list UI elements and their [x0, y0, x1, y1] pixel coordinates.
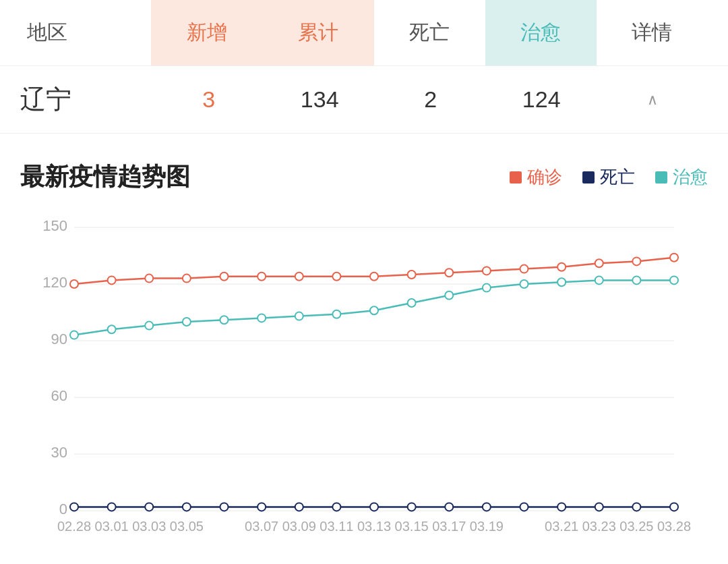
svg-point-63 — [145, 503, 153, 511]
svg-point-57 — [557, 263, 566, 271]
svg-text:03.11: 03.11 — [320, 519, 353, 534]
svg-point-77 — [670, 503, 678, 511]
svg-text:30: 30 — [51, 444, 67, 461]
col-xiangqing: 详情 — [597, 0, 708, 65]
chart-area: 030609012015002.2803.0103.0303.0503.0703… — [20, 214, 708, 551]
svg-text:03.01: 03.01 — [95, 519, 129, 534]
col-xinzeng: 新增 — [151, 0, 262, 65]
svg-text:0: 0 — [59, 501, 67, 517]
svg-point-49 — [257, 273, 266, 281]
xinzeng-value: 3 — [153, 86, 264, 113]
svg-text:120: 120 — [42, 274, 67, 291]
svg-text:03.05: 03.05 — [170, 519, 204, 534]
svg-point-61 — [70, 503, 78, 511]
svg-point-39 — [520, 280, 528, 288]
table-header: 地区 新增 累计 死亡 治愈 详情 — [0, 0, 728, 66]
chart-header: 最新疫情趋势图 确诊 死亡 治愈 — [20, 161, 708, 194]
svg-point-56 — [520, 265, 528, 273]
svg-text:60: 60 — [51, 387, 67, 404]
svg-point-69 — [370, 503, 378, 511]
svg-point-36 — [408, 299, 416, 307]
svg-point-59 — [632, 257, 640, 265]
col-leiji: 累计 — [262, 0, 373, 65]
svg-text:03.23: 03.23 — [582, 519, 616, 534]
liaoning-row[interactable]: 辽宁 3 134 2 124 ∧ — [0, 66, 728, 134]
svg-point-53 — [408, 271, 416, 279]
death-label: 死亡 — [600, 165, 635, 189]
zhiyu-value: 124 — [486, 86, 597, 113]
svg-point-72 — [483, 503, 491, 511]
svg-text:03.07: 03.07 — [245, 519, 278, 534]
svg-point-73 — [520, 503, 528, 511]
cured-dot — [655, 171, 667, 184]
svg-point-38 — [483, 284, 491, 292]
svg-point-43 — [670, 276, 678, 284]
confirmed-dot — [510, 171, 522, 184]
svg-point-52 — [370, 273, 378, 281]
svg-point-42 — [632, 276, 640, 284]
legend-cured: 治愈 — [655, 165, 708, 189]
svg-point-40 — [557, 278, 566, 286]
svg-point-60 — [670, 254, 678, 262]
svg-point-68 — [332, 503, 340, 511]
svg-point-55 — [483, 266, 491, 275]
svg-point-32 — [257, 314, 266, 322]
svg-point-35 — [370, 306, 378, 314]
svg-text:90: 90 — [51, 331, 67, 347]
svg-point-41 — [595, 276, 603, 284]
svg-point-71 — [445, 503, 453, 511]
svg-point-75 — [595, 503, 603, 511]
chart-title: 最新疫情趋势图 — [20, 161, 510, 194]
svg-point-28 — [108, 325, 116, 333]
region-name: 辽宁 — [20, 82, 153, 117]
svg-point-50 — [295, 273, 303, 281]
svg-point-62 — [108, 503, 116, 511]
svg-point-31 — [220, 316, 229, 324]
svg-point-67 — [295, 503, 303, 511]
svg-text:03.09: 03.09 — [282, 519, 316, 534]
svg-point-70 — [408, 503, 416, 511]
expand-icon[interactable]: ∧ — [597, 91, 708, 109]
svg-text:03.19: 03.19 — [470, 519, 504, 534]
chart-section: 最新疫情趋势图 确诊 死亡 治愈 030609012015002.2803.01… — [0, 134, 728, 564]
confirmed-label: 确诊 — [527, 165, 562, 189]
svg-text:03.03: 03.03 — [132, 519, 166, 534]
siwang-value: 2 — [375, 86, 486, 113]
svg-point-66 — [257, 503, 266, 511]
svg-point-44 — [70, 280, 78, 288]
svg-point-64 — [183, 503, 191, 511]
svg-point-65 — [220, 503, 229, 511]
svg-text:02.28: 02.28 — [57, 519, 91, 534]
cured-label: 治愈 — [673, 165, 708, 189]
svg-text:03.17: 03.17 — [432, 519, 466, 534]
legend-death: 死亡 — [582, 165, 635, 189]
chart-svg: 030609012015002.2803.0103.0303.0503.0703… — [20, 214, 708, 551]
svg-point-58 — [595, 259, 603, 267]
svg-point-30 — [183, 318, 191, 326]
svg-point-37 — [445, 291, 453, 300]
svg-point-33 — [295, 312, 303, 320]
svg-point-47 — [183, 275, 191, 283]
svg-text:150: 150 — [42, 217, 67, 234]
death-dot — [582, 171, 595, 184]
svg-point-76 — [632, 503, 640, 511]
svg-text:03.25: 03.25 — [619, 519, 653, 534]
svg-text:03.28: 03.28 — [657, 519, 691, 534]
svg-point-51 — [332, 273, 340, 281]
chart-legend: 确诊 死亡 治愈 — [510, 165, 708, 189]
leiji-value: 134 — [264, 86, 375, 113]
svg-point-34 — [332, 310, 340, 318]
svg-point-45 — [108, 276, 116, 284]
legend-confirmed: 确诊 — [510, 165, 562, 189]
svg-point-46 — [145, 275, 153, 283]
col-region: 地区 — [20, 0, 151, 65]
svg-text:03.15: 03.15 — [395, 519, 429, 534]
svg-point-48 — [220, 273, 229, 281]
svg-text:03.21: 03.21 — [545, 519, 578, 534]
svg-point-29 — [145, 322, 153, 330]
svg-point-27 — [70, 331, 78, 339]
col-zhiyu: 治愈 — [485, 0, 597, 65]
col-siwang: 死亡 — [374, 0, 485, 65]
svg-text:03.13: 03.13 — [357, 519, 391, 534]
svg-point-54 — [445, 269, 453, 277]
